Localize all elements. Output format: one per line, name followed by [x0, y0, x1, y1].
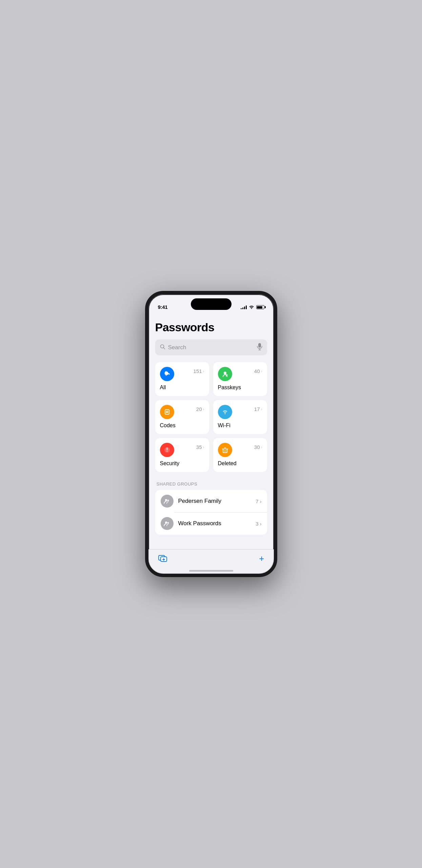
security-count: 35 › — [196, 444, 204, 450]
pedersen-count: 7 › — [256, 498, 261, 504]
svg-rect-2 — [258, 343, 261, 348]
svg-rect-9 — [169, 374, 169, 375]
group-item-pedersen[interactable]: Pedersen Family 7 › — [155, 490, 267, 512]
work-avatar — [161, 517, 174, 530]
codes-label: Codes — [160, 422, 204, 429]
shared-groups-container: Pedersen Family 7 › Work Passwords — [155, 490, 267, 535]
category-card-all[interactable]: 151 › All — [155, 362, 209, 396]
pedersen-name: Pedersen Family — [178, 498, 251, 505]
passkeys-chevron: › — [261, 369, 262, 374]
passkeys-icon — [218, 367, 232, 381]
svg-rect-10 — [168, 374, 169, 375]
battery-icon — [256, 305, 264, 309]
codes-icon — [160, 405, 174, 419]
svg-point-23 — [165, 499, 167, 501]
security-icon: ! — [160, 443, 174, 457]
svg-point-26 — [167, 522, 169, 524]
search-placeholder: Search — [168, 344, 254, 351]
card-top-all: 151 › — [160, 367, 204, 381]
wifi-count: 17 › — [254, 406, 262, 412]
security-label: Security — [160, 460, 204, 467]
work-chevron: › — [260, 521, 262, 527]
wifi-chevron: › — [261, 407, 262, 412]
deleted-count: 30 › — [254, 444, 262, 450]
signal-bar-1 — [241, 308, 242, 309]
deleted-chevron: › — [261, 445, 262, 450]
category-card-deleted[interactable]: 30 › Deleted — [213, 438, 267, 472]
microphone-icon[interactable] — [257, 343, 262, 352]
signal-bar-3 — [244, 307, 245, 309]
card-top-security: ! 35 › — [160, 443, 204, 457]
wifi-icon — [218, 405, 232, 419]
category-card-wifi[interactable]: 17 › Wi-Fi — [213, 400, 267, 434]
codes-count: 20 › — [196, 406, 204, 412]
wifi-status-icon — [249, 304, 254, 310]
category-card-security[interactable]: ! 35 › Security — [155, 438, 209, 472]
card-top-codes: 20 › — [160, 405, 204, 419]
all-chevron: › — [203, 369, 204, 374]
group-item-work[interactable]: Work Passwords 3 › — [155, 512, 267, 535]
svg-point-11 — [224, 372, 226, 374]
deleted-icon — [218, 443, 232, 457]
card-top-passkeys: 40 › — [218, 367, 262, 381]
passkeys-label: Passkeys — [218, 384, 262, 391]
work-count: 3 › — [256, 521, 261, 527]
main-content: Passwords Search — [148, 313, 274, 574]
svg-line-1 — [163, 348, 165, 349]
codes-chevron: › — [203, 407, 204, 412]
category-grid: 151 › All — [155, 362, 267, 472]
category-card-passkeys[interactable]: 40 › Passkeys — [213, 362, 267, 396]
dynamic-island — [191, 298, 232, 310]
signal-bar-4 — [246, 305, 247, 309]
home-indicator — [189, 570, 233, 572]
svg-rect-18 — [223, 449, 227, 453]
wifi-label: Wi-Fi — [218, 422, 262, 429]
svg-rect-13 — [165, 410, 169, 414]
search-icon — [160, 344, 165, 351]
security-chevron: › — [203, 445, 204, 450]
signal-bar-2 — [242, 308, 243, 309]
all-icon — [160, 367, 174, 381]
pedersen-chevron: › — [260, 498, 262, 504]
svg-rect-15 — [166, 409, 167, 410]
work-name: Work Passwords — [178, 520, 251, 527]
pedersen-avatar — [161, 495, 174, 508]
svg-point-14 — [166, 411, 168, 413]
card-top-deleted: 30 › — [218, 443, 262, 457]
status-icons — [241, 304, 264, 310]
status-time: 9:41 — [158, 304, 168, 310]
shared-groups-header: SHARED GROUPS — [155, 481, 267, 487]
search-bar[interactable]: Search — [155, 339, 267, 355]
page-title: Passwords — [155, 321, 267, 334]
svg-text:!: ! — [166, 447, 168, 453]
add-button[interactable]: + — [259, 554, 264, 563]
deleted-label: Deleted — [218, 460, 262, 467]
add-group-button[interactable] — [158, 554, 167, 563]
category-card-codes[interactable]: 20 › Codes — [155, 400, 209, 434]
svg-point-24 — [167, 500, 169, 501]
passkeys-count: 40 › — [254, 368, 262, 374]
battery-fill — [257, 306, 262, 309]
all-label: All — [160, 384, 204, 391]
all-count: 151 › — [193, 368, 204, 374]
signal-bars-icon — [241, 305, 247, 309]
card-top-wifi: 17 › — [218, 405, 262, 419]
phone-frame: 9:41 Passwords — [145, 291, 277, 577]
svg-point-25 — [165, 521, 167, 524]
